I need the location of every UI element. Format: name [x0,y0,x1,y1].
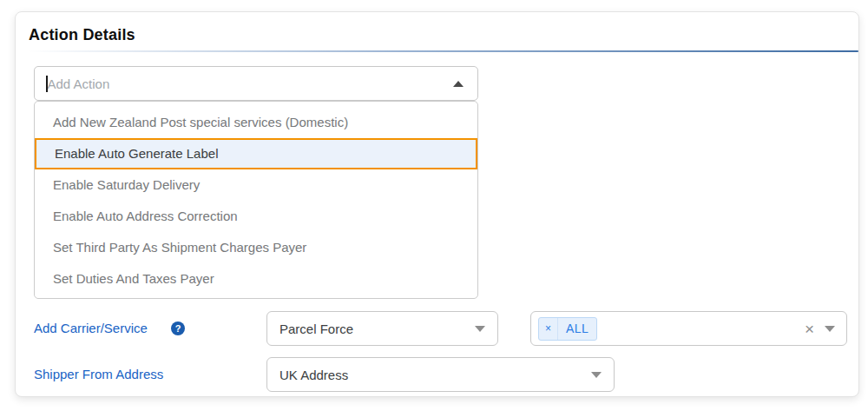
shipper-address-select[interactable]: UK Address [266,357,615,392]
add-carrier-service-label: Add Carrier/Service [34,311,148,346]
carrier-select[interactable]: Parcel Force [266,311,498,346]
page-title: Action Details [29,26,135,44]
help-icon[interactable]: ? [171,322,185,335]
action-options-list: Add New Zealand Post special services (D… [34,101,478,299]
shipper-select-value: UK Address [279,368,348,382]
list-item[interactable]: Set Duties And Taxes Payer [35,263,477,295]
action-details-panel: Action Details Add New Zealand Post spec… [15,11,859,397]
tag-remove-icon[interactable]: × [539,318,558,340]
list-item[interactable]: Add New Zealand Post special services (D… [35,107,477,138]
caret-down-icon [591,372,602,378]
selected-tag: × ALL [538,317,597,341]
carrier-service-row: Add Carrier/Service ? Parcel Force × ALL… [16,311,858,346]
tag-label: ALL [558,318,596,340]
title-divider [28,50,858,52]
list-item[interactable]: Set Third Party As Shipment Charges Paye… [35,232,477,263]
service-multiselect[interactable]: × ALL × [530,311,847,346]
shipper-from-address-row: Shipper From Address UK Address [16,357,858,392]
add-action-input[interactable] [48,76,454,91]
caret-down-icon [825,326,835,332]
list-item[interactable]: Enable Saturday Delivery [35,169,477,201]
list-item-highlighted[interactable]: Enable Auto Generate Label [35,138,477,169]
add-action-combobox[interactable] [34,66,478,101]
carrier-select-value: Parcel Force [279,322,353,336]
list-item[interactable]: Enable Auto Address Correction [35,201,477,232]
caret-down-icon [475,326,485,332]
clear-all-icon[interactable]: × [805,321,814,337]
shipper-from-address-label: Shipper From Address [34,357,163,392]
caret-up-icon [453,81,464,87]
